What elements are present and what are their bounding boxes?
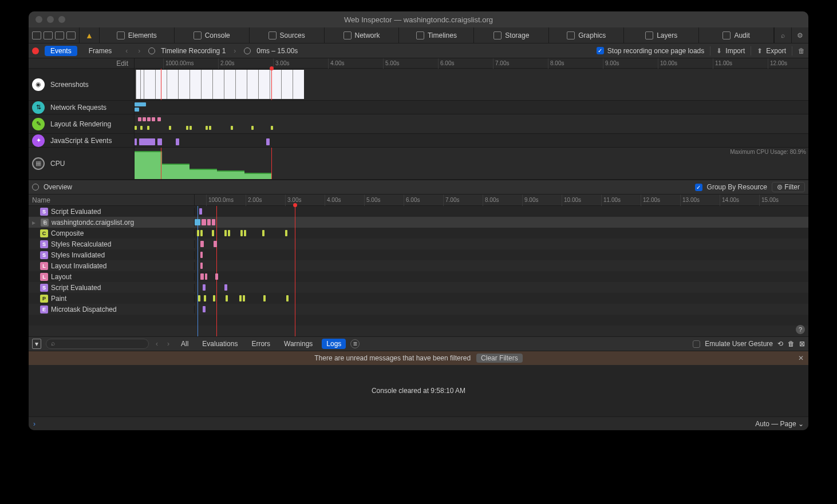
export-icon: ⬆	[757, 47, 763, 55]
reload-icon[interactable]	[66, 31, 76, 39]
tab-layers[interactable]: Layers	[624, 27, 699, 43]
name-column-header[interactable]: Name	[29, 195, 195, 205]
import-button[interactable]: Import	[725, 47, 745, 55]
tab-audit[interactable]: Audit	[699, 27, 774, 43]
filter-errors[interactable]: Errors	[247, 339, 275, 349]
filter-evaluations[interactable]: Evaluations	[198, 339, 242, 349]
filter-notice: There are unread messages that have been…	[29, 351, 808, 365]
filter-logs[interactable]: Logs	[322, 339, 346, 349]
graphics-icon	[567, 31, 575, 39]
table-row[interactable]: SStyles Recalculated	[29, 239, 808, 249]
nav-back-icon[interactable]: ‹	[123, 47, 130, 55]
track-layout: ✎Layout & Rendering	[29, 114, 808, 134]
tab-sources[interactable]: Sources	[250, 27, 325, 43]
settings-icon[interactable]: ⚙	[791, 27, 808, 43]
overview-label[interactable]: Overview	[44, 183, 72, 191]
track-network: ⇅Network Requests	[29, 101, 808, 114]
tab-storage[interactable]: Storage	[474, 27, 549, 43]
table-row[interactable]: ▸⎘washingtondc.craigslist.org	[29, 217, 808, 228]
notice-close-icon[interactable]: ✕	[798, 354, 804, 362]
timelines-icon	[416, 31, 424, 39]
detail-header: Name 1000.0ms2.00s3.00s4.00s5.00s6.00s7.…	[29, 195, 808, 206]
filter-input[interactable]: ⊜ Filter	[772, 182, 805, 192]
cpu-max-label: Maximum CPU Usage: 80.9%	[730, 149, 806, 155]
console-reload-icon[interactable]: ⟲	[777, 340, 783, 348]
console-toolbar: ▾ ⌕ ‹ › All Evaluations Errors Warnings …	[29, 336, 808, 351]
context-selector[interactable]: Auto — Page ⌄	[755, 420, 804, 428]
clock-icon	[244, 47, 251, 54]
frames-toggle[interactable]: Frames	[83, 46, 118, 56]
console-body: Console cleared at 9:58:10 AM	[29, 365, 808, 416]
tab-timelines[interactable]: Timelines	[399, 27, 474, 43]
filter-icon: ⊜	[777, 183, 784, 191]
console-toggle-icon[interactable]: ▾	[32, 339, 41, 349]
track-cpu: ▦CPU Maximum CPU Usage: 80.9%	[29, 148, 808, 180]
dock-bottom-icon[interactable]	[44, 31, 53, 39]
traffic-lights[interactable]	[35, 16, 65, 23]
events-toggle[interactable]: Events	[45, 46, 77, 56]
tab-elements[interactable]: Elements	[100, 27, 175, 43]
console-clear-icon[interactable]: 🗑	[788, 340, 795, 348]
tab-console[interactable]: Console	[175, 27, 250, 43]
stop-recording-checkbox[interactable]: ✓	[597, 47, 604, 54]
dock-window-icon[interactable]	[55, 31, 64, 39]
table-row[interactable]: SStyles Invalidated	[29, 249, 808, 260]
console-next-icon[interactable]: ›	[165, 340, 172, 348]
track-js: ✦JavaScript & Events	[29, 134, 808, 148]
titlebar: Web Inspector — washingtondc.craigslist.…	[29, 11, 808, 27]
tab-graphics[interactable]: Graphics	[549, 27, 624, 43]
table-row[interactable]: LLayout Invalidated	[29, 260, 808, 271]
table-row[interactable]: CComposite	[29, 228, 808, 239]
notice-text: There are unread messages that have been…	[314, 354, 471, 362]
table-row[interactable]: SScript Evaluated	[29, 206, 808, 217]
group-checkbox[interactable]: ✓	[695, 184, 702, 191]
search-icon[interactable]: ⌕	[774, 27, 791, 43]
table-row[interactable]: EMicrotask Dispatched	[29, 304, 808, 315]
edit-button[interactable]: Edit	[29, 58, 135, 68]
console-icon	[194, 31, 202, 39]
elements-icon	[117, 31, 125, 39]
detail-rows: ? SScript Evaluated▸⎘washingtondc.craigs…	[29, 206, 808, 336]
group-label: Group By Resource	[707, 183, 767, 191]
window-title: Web Inspector — washingtondc.craigslist.…	[344, 15, 493, 24]
filter-all[interactable]: All	[176, 339, 193, 349]
console-close-icon[interactable]: ⊠	[799, 340, 805, 348]
import-icon: ⬇	[716, 47, 722, 55]
overview-ruler[interactable]: Edit 1000.00ms2.00s3.00s4.00s5.00s6.00s7…	[29, 58, 808, 69]
recording-crumb[interactable]: Timeline Recording 1	[161, 47, 226, 55]
export-button[interactable]: Export	[766, 47, 786, 55]
record-button[interactable]	[32, 47, 39, 54]
stopwatch-icon	[148, 47, 155, 54]
camera-icon: ◉	[32, 78, 45, 91]
tab-network[interactable]: Network	[325, 27, 400, 43]
overview-icon	[32, 184, 39, 191]
table-row[interactable]: PPaint	[29, 293, 808, 304]
dock-side-icon[interactable]	[32, 31, 41, 39]
range-crumb[interactable]: 0ms – 15.00s	[256, 47, 298, 55]
console-prev-icon[interactable]: ‹	[153, 340, 160, 348]
audit-icon	[722, 31, 731, 39]
filter-warnings[interactable]: Warnings	[279, 339, 317, 349]
console-cleared-text: Console cleared at 9:58:10 AM	[372, 387, 465, 395]
layers-icon	[645, 31, 653, 39]
inspector-window: Web Inspector — washingtondc.craigslist.…	[29, 11, 808, 430]
track-screenshots: ◉Screenshots	[29, 69, 808, 101]
clear-filters-button[interactable]: Clear Filters	[476, 354, 523, 363]
console-prompt[interactable]: › Auto — Page ⌄	[29, 416, 808, 430]
overview-tracks: ◉Screenshots ⇅Network Requests ✎Layout &…	[29, 69, 808, 180]
emulate-checkbox[interactable]	[693, 340, 700, 348]
js-icon: ✦	[32, 134, 45, 147]
trash-icon[interactable]: 🗑	[798, 47, 805, 55]
storage-icon	[493, 31, 502, 39]
network-icon	[344, 31, 352, 39]
sources-icon	[269, 31, 277, 39]
console-search[interactable]: ⌕	[46, 339, 149, 349]
stop-recording-label: Stop recording once page loads	[607, 47, 704, 55]
emulate-label: Emulate User Gesture	[705, 340, 773, 348]
warning-icon[interactable]: ▲	[83, 31, 96, 40]
filter-settings-icon[interactable]: ≡	[350, 339, 360, 348]
table-row[interactable]: SScript Evaluated	[29, 282, 808, 293]
paint-icon: ✎	[32, 118, 45, 130]
nav-fwd-icon[interactable]: ›	[136, 47, 143, 55]
table-row[interactable]: LLayout	[29, 271, 808, 282]
